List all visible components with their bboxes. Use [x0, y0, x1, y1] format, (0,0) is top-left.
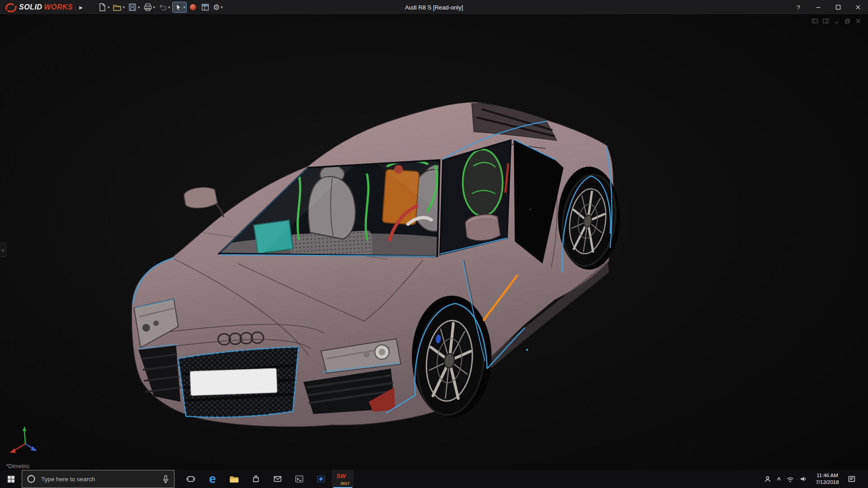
- dropdown-caret-icon[interactable]: ▾: [138, 5, 140, 9]
- command-prompt-button[interactable]: [288, 470, 310, 488]
- file-explorer-icon: [229, 475, 239, 483]
- ds-logo-icon: [5, 2, 17, 12]
- blue-app-icon: [316, 474, 326, 483]
- pane-right-icon[interactable]: [822, 18, 829, 24]
- options-table-button[interactable]: [199, 2, 211, 13]
- blue-app-button[interactable]: [310, 470, 332, 488]
- doc-minimize-icon[interactable]: [833, 18, 840, 24]
- store-button[interactable]: [245, 470, 267, 488]
- doc-restore-icon[interactable]: [844, 18, 851, 24]
- z-axis-icon: [31, 446, 37, 451]
- taskbar-clock[interactable]: 11:46 AM 7/13/2018: [813, 472, 842, 486]
- microphone-icon[interactable]: [162, 475, 170, 483]
- options-table-icon: [201, 3, 210, 12]
- search-input[interactable]: [40, 475, 157, 483]
- tray-expand-icon[interactable]: ^: [777, 476, 781, 483]
- help-button[interactable]: ?: [788, 0, 808, 14]
- print-button[interactable]: ▾: [142, 2, 157, 13]
- doc-close-icon[interactable]: [855, 18, 862, 24]
- task-view-icon: [186, 474, 195, 483]
- minimize-icon: [816, 5, 821, 10]
- y-axis-icon: [23, 426, 26, 431]
- taskbar-apps: e: [180, 470, 354, 488]
- clock-date: 7/13/2018: [813, 479, 842, 486]
- main-toolbar: ▾ ▾ ▾ ▾ ▾: [96, 2, 224, 13]
- people-icon[interactable]: [764, 475, 771, 483]
- clock-time: 11:46 AM: [813, 472, 842, 479]
- dropdown-caret-icon[interactable]: ▾: [153, 5, 156, 9]
- new-document-button[interactable]: ▾: [96, 2, 111, 13]
- view-orientation-label: *Dimetric: [6, 463, 30, 469]
- dropdown-caret-icon[interactable]: ▾: [123, 5, 125, 9]
- select-cursor-icon: [174, 3, 183, 12]
- select-tool-button[interactable]: ▾: [172, 2, 187, 13]
- windows-logo-icon: [7, 475, 15, 483]
- window-title: Audi R8 S [Read-only]: [405, 4, 463, 11]
- taskbar-search[interactable]: [22, 470, 175, 488]
- brand-solid: SOLID: [19, 3, 42, 11]
- macro-sphere-icon: [189, 3, 198, 12]
- dropdown-caret-icon[interactable]: ▾: [108, 5, 110, 9]
- task-view-button[interactable]: [180, 470, 202, 488]
- dropdown-caret-icon[interactable]: ▾: [184, 5, 186, 9]
- dropdown-caret-icon[interactable]: ▾: [168, 5, 170, 9]
- taskbar: e: [0, 470, 868, 488]
- toolbar-flyout-arrow-icon[interactable]: ▶: [79, 5, 83, 10]
- wifi-icon[interactable]: [787, 476, 794, 483]
- system-tray: ^ 11:46 AM 7/13/2018: [764, 470, 868, 488]
- maximize-icon: [835, 5, 841, 10]
- undo-icon: [158, 3, 167, 12]
- dropdown-caret-icon[interactable]: ▾: [221, 5, 223, 9]
- close-button[interactable]: [848, 0, 868, 14]
- save-icon: [128, 3, 137, 12]
- file-explorer-button[interactable]: [223, 470, 245, 488]
- cortana-icon: [27, 474, 36, 483]
- x-axis-icon: [9, 448, 16, 453]
- sw-year-badge: 2017: [340, 481, 349, 486]
- close-icon: [855, 5, 861, 10]
- maximize-button[interactable]: [828, 0, 848, 14]
- settings-button[interactable]: ⚙ ▾: [212, 3, 224, 12]
- action-center-icon[interactable]: [848, 475, 856, 483]
- store-bag-icon: [251, 474, 260, 483]
- screen: { "window": { "title": "Audi R8 S [Read-…: [0, 0, 868, 488]
- panel-arrow-icon: ‹: [2, 247, 4, 253]
- 3d-viewport-canvas[interactable]: [0, 14, 868, 470]
- macro-button[interactable]: [187, 2, 199, 13]
- mail-button[interactable]: [267, 470, 288, 488]
- save-button[interactable]: ▾: [127, 2, 142, 13]
- edge-icon: e: [209, 473, 216, 485]
- solidworks-logo: SOLIDWORKS: [0, 2, 73, 12]
- orientation-triad: [8, 424, 41, 456]
- new-document-icon: [98, 3, 107, 12]
- open-button[interactable]: ▾: [111, 2, 126, 13]
- sw-glyph: SW: [336, 473, 346, 479]
- window-controls: ?: [788, 0, 868, 14]
- titlebar: SOLIDWORKS ▶ ▾ ▾ ▾: [0, 0, 868, 15]
- document-window-controls: [811, 18, 862, 24]
- solidworks-2017-icon: SW 2017: [336, 472, 349, 486]
- 3d-viewport[interactable]: ‹ *Dimetric: [0, 14, 868, 470]
- settings-gear-icon: ⚙: [213, 4, 220, 11]
- start-button[interactable]: [0, 470, 22, 488]
- edge-button[interactable]: e: [202, 470, 223, 488]
- open-folder-icon: [113, 3, 122, 12]
- solidworks-app-button[interactable]: SW 2017: [332, 470, 354, 488]
- volume-icon[interactable]: [800, 475, 807, 483]
- mail-icon: [273, 474, 282, 483]
- minimize-button[interactable]: [808, 0, 828, 14]
- undo-button[interactable]: ▾: [157, 2, 172, 13]
- command-prompt-icon: [295, 474, 304, 483]
- pane-left-icon[interactable]: [811, 18, 818, 24]
- brand-works: WORKS: [44, 3, 73, 11]
- feature-manager-collapsed-tab[interactable]: ‹: [0, 243, 6, 257]
- print-icon: [143, 3, 152, 12]
